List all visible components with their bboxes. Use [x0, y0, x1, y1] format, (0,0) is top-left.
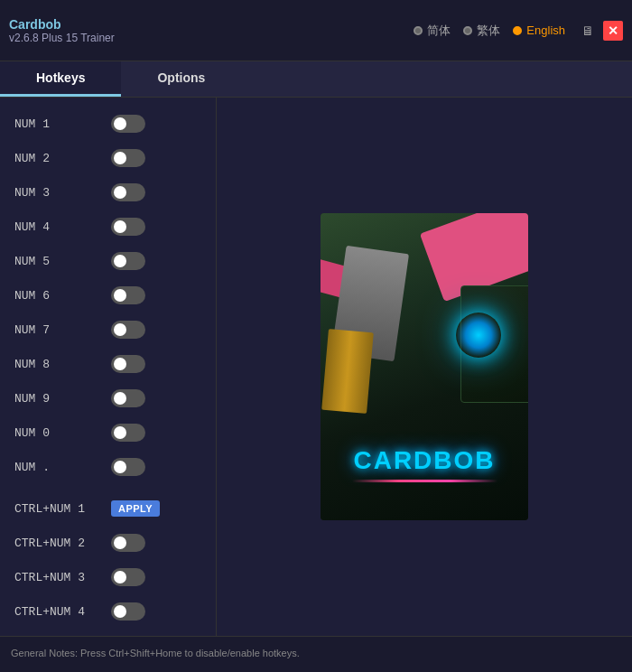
- hotkey-row-ctrlnum4: CTRL+NUM 4: [0, 594, 216, 629]
- decorative-wooden-shape: [321, 329, 374, 414]
- lang-option-zhsimple[interactable]: 简体: [414, 23, 451, 39]
- toggle-num6[interactable]: [111, 286, 145, 304]
- hotkey-row-num3: NUM 3: [0, 175, 216, 210]
- toggle-num2[interactable]: [111, 149, 145, 167]
- window-controls: 🖥 ✕: [578, 21, 623, 41]
- language-bar: 简体 繁体 English 🖥 ✕: [414, 21, 623, 41]
- game-cover-image: CARDBOB: [321, 213, 528, 520]
- toggle-num0[interactable]: [111, 424, 145, 442]
- lang-label-zhtrad: 繁体: [477, 23, 500, 39]
- hotkey-row-num8: NUM 8: [0, 347, 216, 381]
- hotkey-row-ctrlnum3: CTRL+NUM 3: [0, 560, 216, 594]
- game-logo-text: CARDBOB: [353, 446, 495, 475]
- hotkey-row-num4: NUM 4: [0, 210, 216, 244]
- game-image-panel: CARDBOB: [217, 98, 632, 636]
- tab-options[interactable]: Options: [121, 61, 241, 97]
- trainer-version: v2.6.8 Plus 15 Trainer: [9, 32, 115, 44]
- hotkey-label-numdot: NUM .: [14, 461, 100, 474]
- hotkey-label-num0: NUM 0: [14, 426, 100, 440]
- hotkey-label-ctrlnum4: CTRL+NUM 4: [14, 605, 100, 619]
- toggle-numdot[interactable]: [111, 458, 145, 476]
- hotkey-row-num2: NUM 2: [0, 141, 216, 175]
- hotkey-row-ctrlnum1: CTRL+NUM 1 APPLY: [0, 491, 216, 526]
- hotkey-row-ctrlnum5: CTRL+NUM 5: [0, 629, 216, 636]
- hotkey-row-ctrlnum2: CTRL+NUM 2: [0, 526, 216, 560]
- hotkey-label-num3: NUM 3: [14, 186, 100, 200]
- hotkey-label-num7: NUM 7: [14, 323, 100, 337]
- apply-button-ctrlnum1[interactable]: APPLY: [111, 500, 160, 517]
- decorative-glow: [456, 313, 501, 358]
- title-info: Cardbob v2.6.8 Plus 15 Trainer: [9, 17, 115, 44]
- hotkey-row-num0: NUM 0: [0, 415, 216, 450]
- toggle-num5[interactable]: [111, 252, 145, 270]
- hotkeys-panel: NUM 1 NUM 2 NUM 3 NUM 4: [0, 98, 217, 636]
- hotkey-label-num2: NUM 2: [14, 152, 100, 165]
- main-content: NUM 1 NUM 2 NUM 3 NUM 4: [0, 98, 632, 636]
- lang-option-zhtrad[interactable]: 繁体: [463, 23, 500, 39]
- hotkey-label-num4: NUM 4: [14, 220, 100, 234]
- footer-text: General Notes: Press Ctrl+Shift+Home to …: [11, 648, 300, 658]
- decorative-line: [352, 480, 497, 482]
- hotkey-label-num6: NUM 6: [14, 289, 100, 303]
- toggle-num9[interactable]: [111, 389, 145, 407]
- toggle-ctrlnum3[interactable]: [111, 568, 145, 586]
- radio-zhtrad: [463, 26, 472, 35]
- toggle-num1[interactable]: [111, 115, 145, 133]
- hotkey-label-ctrlnum3: CTRL+NUM 3: [14, 571, 100, 584]
- close-button[interactable]: ✕: [603, 21, 623, 41]
- toggle-num4[interactable]: [111, 218, 145, 236]
- hotkey-label-ctrlnum1: CTRL+NUM 1: [14, 502, 100, 516]
- hotkey-row-num7: NUM 7: [0, 313, 216, 347]
- monitor-button[interactable]: 🖥: [578, 21, 598, 41]
- title-bar: Cardbob v2.6.8 Plus 15 Trainer 简体 繁体 Eng…: [0, 0, 632, 61]
- toggle-ctrlnum2[interactable]: [111, 534, 145, 552]
- tab-bar: Hotkeys Options: [0, 61, 632, 98]
- hotkey-label-num5: NUM 5: [14, 255, 100, 268]
- lang-label-zhsimple: 简体: [427, 23, 451, 39]
- hotkey-row-num6: NUM 6: [0, 278, 216, 313]
- game-title: Cardbob: [9, 17, 115, 32]
- radio-zhsimple: [414, 26, 423, 35]
- hotkey-label-num9: NUM 9: [14, 392, 100, 406]
- hotkey-label-ctrlnum2: CTRL+NUM 2: [14, 537, 100, 550]
- game-image-inner: CARDBOB: [321, 213, 528, 520]
- toggle-num3[interactable]: [111, 183, 145, 201]
- hotkey-label-num8: NUM 8: [14, 358, 100, 371]
- hotkey-row-num9: NUM 9: [0, 381, 216, 415]
- hotkey-row-num1: NUM 1: [0, 107, 216, 141]
- hotkey-row-numdot: NUM .: [0, 450, 216, 484]
- toggle-num7[interactable]: [111, 321, 145, 339]
- tab-hotkeys[interactable]: Hotkeys: [0, 61, 121, 97]
- toggle-ctrlnum4[interactable]: [111, 602, 145, 621]
- hotkey-row-num5: NUM 5: [0, 244, 216, 278]
- footer: General Notes: Press Ctrl+Shift+Home to …: [0, 636, 632, 668]
- lang-label-english: English: [526, 23, 565, 37]
- radio-english: [513, 26, 522, 35]
- lang-option-english[interactable]: English: [513, 23, 565, 37]
- hotkey-label-num1: NUM 1: [14, 117, 100, 131]
- toggle-num8[interactable]: [111, 355, 145, 373]
